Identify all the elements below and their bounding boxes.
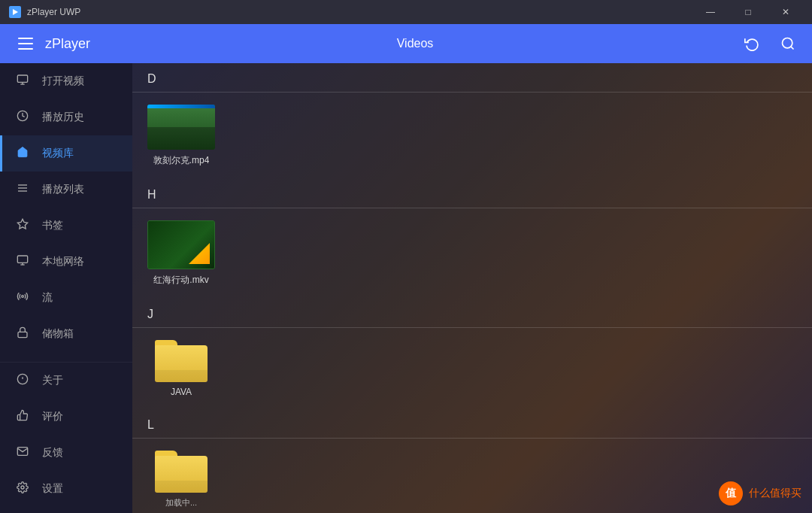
watermark-icon: 值 (719, 481, 743, 505)
bookmark-icon (15, 218, 30, 233)
about-icon (15, 373, 30, 388)
local-network-icon (15, 254, 30, 269)
header: zPlayer Videos (0, 24, 812, 63)
app-icon (9, 6, 21, 18)
app-title: zPlayer (45, 36, 90, 52)
sidebar-label-settings: 设置 (42, 482, 63, 496)
sidebar-label-open-video: 打开视频 (42, 74, 84, 88)
title-bar: zPlayer UWP — □ ✕ (0, 0, 812, 24)
folder-label-l1: 加载中... (165, 497, 197, 508)
sidebar-item-bookmarks[interactable]: 书签 (0, 208, 132, 244)
sidebar-item-video-library[interactable]: 视频库 (0, 135, 132, 172)
watermark: 值 什么值得买 (719, 481, 801, 505)
sidebar-top: 打开视频 播放历史 (0, 63, 132, 362)
settings-icon (15, 481, 30, 496)
sidebar-bottom: 关于 评价 (0, 362, 132, 513)
svg-rect-11 (17, 256, 27, 263)
svg-point-14 (22, 296, 24, 298)
section-d-grid: 敦刻尔克.mp4 (132, 96, 812, 179)
svg-marker-10 (17, 219, 27, 229)
sidebar-label-rate: 评价 (42, 410, 63, 423)
folder-thumbnail-l (155, 451, 208, 493)
watermark-label: 什么值得买 (749, 487, 801, 500)
stream-icon (15, 290, 30, 305)
sidebar-label-feedback: 反馈 (42, 446, 63, 460)
home-icon (15, 146, 30, 161)
minimize-button[interactable]: — (693, 0, 728, 24)
section-j-grid: JAVA (132, 331, 812, 409)
sidebar-item-rate[interactable]: 评价 (0, 399, 132, 435)
svg-line-2 (791, 47, 794, 50)
sidebar-label-video-library: 视频库 (42, 147, 74, 160)
section-header-l: L (132, 409, 812, 439)
page-title: Videos (397, 37, 434, 50)
folder-label-j1: JAVA (171, 387, 192, 397)
sidebar-item-settings[interactable]: 设置 (0, 471, 132, 507)
rate-icon (15, 409, 30, 424)
list-item[interactable]: 敦刻尔克.mp4 (147, 105, 215, 167)
svg-marker-0 (13, 9, 18, 15)
sidebar-label-about: 关于 (42, 374, 63, 387)
content-inner: D 敦刻尔克.mp4 H (132, 63, 812, 513)
title-bar-controls: — □ ✕ (693, 0, 803, 24)
storage-icon (15, 326, 30, 341)
sidebar-label-local-network: 本地网络 (42, 255, 84, 269)
sidebar-item-history[interactable]: 播放历史 (0, 99, 132, 135)
svg-rect-15 (18, 332, 27, 337)
sidebar-label-playlist: 播放列表 (42, 183, 84, 196)
sidebar-label-stream: 流 (42, 291, 53, 305)
sidebar: 打开视频 播放历史 (0, 63, 132, 513)
history-icon (15, 110, 30, 125)
video-label-d1: 敦刻尔克.mp4 (153, 154, 210, 167)
sidebar-item-playlist[interactable]: 播放列表 (0, 172, 132, 208)
sidebar-item-about[interactable]: 关于 (0, 363, 132, 399)
svg-point-19 (21, 486, 24, 489)
section-header-j: J (132, 299, 812, 328)
video-label-h1: 红海行动.mkv (153, 274, 208, 287)
sidebar-label-storage: 储物箱 (42, 327, 74, 341)
svg-rect-3 (17, 75, 27, 82)
list-item[interactable]: 加载中... (147, 451, 215, 508)
hamburger-button[interactable] (12, 30, 39, 57)
section-header-h: H (132, 179, 812, 208)
video-thumbnail-h (147, 220, 215, 269)
section-header-d: D (132, 63, 812, 93)
list-item[interactable]: 红海行动.mkv (147, 220, 215, 287)
feedback-icon (15, 445, 30, 460)
video-thumbnail-d (147, 105, 215, 150)
section-l-grid: 加载中... (132, 442, 812, 513)
sidebar-item-stream[interactable]: 流 (0, 280, 132, 316)
sidebar-item-open-video[interactable]: 打开视频 (0, 63, 132, 99)
title-bar-left: zPlayer UWP (9, 6, 80, 18)
header-center: Videos (90, 37, 740, 50)
header-actions (740, 32, 800, 56)
refresh-button[interactable] (740, 32, 764, 56)
folder-thumbnail-j (155, 340, 208, 382)
title-bar-title: zPlayer UWP (27, 7, 80, 17)
maximize-button[interactable]: □ (731, 0, 765, 24)
sidebar-item-feedback[interactable]: 反馈 (0, 435, 132, 471)
svg-point-1 (783, 38, 792, 48)
open-video-icon (15, 74, 30, 89)
list-item[interactable]: JAVA (147, 340, 215, 397)
section-h-grid: 红海行动.mkv (132, 211, 812, 299)
sidebar-label-history: 播放历史 (42, 111, 84, 124)
sidebar-label-bookmarks: 书签 (42, 219, 63, 232)
app-container: zPlayer Videos (0, 24, 812, 513)
sidebar-item-local-network[interactable]: 本地网络 (0, 244, 132, 280)
close-button[interactable]: ✕ (768, 0, 803, 24)
search-button[interactable] (776, 32, 800, 56)
sidebar-item-storage[interactable]: 储物箱 (0, 316, 132, 352)
main-area: 打开视频 播放历史 (0, 63, 812, 513)
content-area[interactable]: D 敦刻尔克.mp4 H (132, 63, 812, 513)
playlist-icon (15, 182, 30, 197)
